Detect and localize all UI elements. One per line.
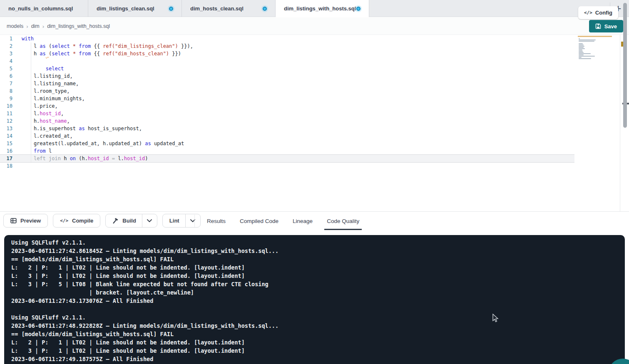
gutter-pad: [12, 125, 18, 132]
minimap-line: [579, 48, 585, 49]
terminal-line: L: 3 | P: 5 | LT08 | Blank line expected…: [11, 280, 625, 288]
code-line[interactable]: h.is_superhost as host_is_superhost,: [18, 125, 142, 132]
editor-right-divider: [620, 35, 620, 211]
gutter-pad: [12, 117, 18, 125]
token: select: [52, 43, 70, 49]
token: (h.: [76, 156, 88, 161]
code-line[interactable]: left join h on (h.host_id = l.host_id): [18, 155, 148, 162]
preview-grid-icon: [10, 218, 17, 224]
minimap-line: [579, 56, 595, 57]
code-line[interactable]: l.listing_name,: [18, 80, 79, 87]
tab-dim_hosts_clean.sql[interactable]: dim_hosts_clean.sql: [182, 0, 276, 17]
token: *: [73, 43, 76, 49]
token: (: [46, 43, 52, 49]
code-line[interactable]: l.minimum_nights,: [18, 95, 85, 102]
config-button[interactable]: </> Config: [578, 6, 618, 19]
gutter-pad: [12, 35, 18, 42]
code-line[interactable]: l.created_at,: [18, 132, 73, 140]
minimap-line: [579, 47, 584, 48]
terminal-line: Using SQLFluff v2.1.1.: [11, 238, 625, 247]
code-line[interactable]: with: [18, 35, 34, 42]
token: [22, 66, 46, 72]
token: on: [70, 156, 76, 161]
token: l.room_type,: [22, 88, 70, 94]
code-line[interactable]: l.host_id,: [18, 110, 64, 117]
line-number: 18: [0, 162, 12, 170]
panel-tab-lineage[interactable]: Lineage: [293, 212, 313, 230]
token: l.: [115, 156, 124, 161]
token: host_id: [88, 156, 109, 161]
line-number: 7: [0, 80, 12, 87]
code-line[interactable]: select: [18, 65, 64, 72]
code-row: 13 h.is_superhost as host_is_superhost,: [0, 125, 574, 132]
lint-dropdown-toggle[interactable]: [185, 214, 200, 227]
panel-tab-code-quality[interactable]: Code Quality: [327, 212, 359, 230]
breadcrumb-item[interactable]: models: [7, 23, 23, 29]
code-editor[interactable]: 1with2 l as (select * from {{ ref("dim_l…: [0, 35, 629, 211]
line-number: 11: [0, 110, 12, 117]
code-row: 8 l.room_type,: [0, 87, 574, 95]
code-row: 7 l.listing_name,: [0, 80, 574, 87]
minimap-line: [579, 51, 583, 52]
build-button[interactable]: Build: [106, 214, 142, 227]
token: as: [40, 51, 45, 57]
save-button[interactable]: Save: [589, 20, 623, 32]
line-number: 8: [0, 87, 12, 95]
token: ,: [67, 118, 70, 124]
breadcrumb-separator: ›: [42, 23, 44, 30]
token: greatest(l.updated_at, h.updated_at): [22, 141, 145, 146]
gutter-pad: [12, 102, 18, 110]
code-line[interactable]: h.host_name,: [18, 117, 70, 125]
indent-guide: [31, 42, 31, 162]
terminal-line: L: 2 | P: 1 | LT02 | Line should not be …: [11, 338, 625, 347]
line-number: 5: [0, 65, 12, 72]
gutter-pad: [12, 50, 18, 57]
code-line[interactable]: l as (select * from {{ ref("dim_listings…: [18, 42, 193, 50]
tab-no_nulls_in_columns.sql[interactable]: no_nulls_in_columns.sql: [0, 0, 88, 17]
tab-dim_listings_clean.sql[interactable]: dim_listings_clean.sql: [88, 0, 182, 17]
lint-output-terminal: Using SQLFluff v2.1.1.2023-06-06T11:27:4…: [4, 235, 625, 364]
code-row: 12 h.host_name,: [0, 117, 574, 125]
line-number: 9: [0, 95, 12, 102]
dbt-cloud-ide: { "colors": { "accent_teal": "#15787E", …: [0, 0, 629, 364]
lint-button[interactable]: Lint: [163, 214, 185, 227]
code-row: 4: [0, 57, 574, 65]
tab-dim_listings_with_hosts.sql[interactable]: dim_listings_with_hosts.sql: [276, 0, 369, 17]
code-line[interactable]: h as (select * from {{ ref("dim_hosts_cl…: [18, 50, 181, 57]
chevron-down-icon: [147, 219, 152, 222]
compile-label: Compile: [72, 218, 93, 224]
token: select: [52, 51, 70, 57]
terminal-line: | bracket. [layout.cte_newline]: [11, 288, 625, 297]
terminal-scrollbar[interactable]: [623, 3, 627, 128]
hammer-icon: [112, 218, 119, 224]
code-line[interactable]: l.room_type,: [18, 87, 70, 95]
token: from: [79, 51, 91, 57]
breadcrumb-item[interactable]: dim: [31, 23, 40, 29]
token: {{: [91, 51, 103, 57]
gutter-pad: [12, 155, 18, 162]
line-number: 13: [0, 125, 12, 132]
token: ,: [61, 111, 64, 116]
token: as: [145, 141, 151, 146]
line-number: 17: [0, 155, 12, 162]
token: updated_at: [151, 141, 184, 146]
code-brackets-icon: </>: [60, 218, 68, 223]
code-line[interactable]: greatest(l.updated_at, h.updated_at) as …: [18, 140, 184, 147]
code-row: 14 l.created_at,: [0, 132, 574, 140]
code-line[interactable]: [18, 162, 22, 170]
token: from: [79, 43, 91, 49]
panel-tab-results[interactable]: Results: [207, 212, 226, 230]
code-line[interactable]: from l: [18, 147, 52, 155]
code-line[interactable]: [18, 57, 22, 65]
terminal-lines: Using SQLFluff v2.1.1.2023-06-06T11:27:4…: [11, 238, 625, 363]
minimap[interactable]: [578, 36, 613, 94]
panel-tab-compiled-code[interactable]: Compiled Code: [240, 212, 278, 230]
code-line[interactable]: l.price,: [18, 102, 58, 110]
build-dropdown-toggle[interactable]: [142, 214, 157, 227]
preview-button[interactable]: Preview: [3, 214, 48, 228]
code-line[interactable]: l.listing_id,: [18, 72, 73, 80]
code-row: 6 l.listing_id,: [0, 72, 574, 80]
token: l.created_at,: [22, 133, 73, 139]
breadcrumb-item[interactable]: dim_listings_with_hosts.sql: [47, 23, 110, 29]
compile-button[interactable]: </> Compile: [53, 214, 100, 228]
